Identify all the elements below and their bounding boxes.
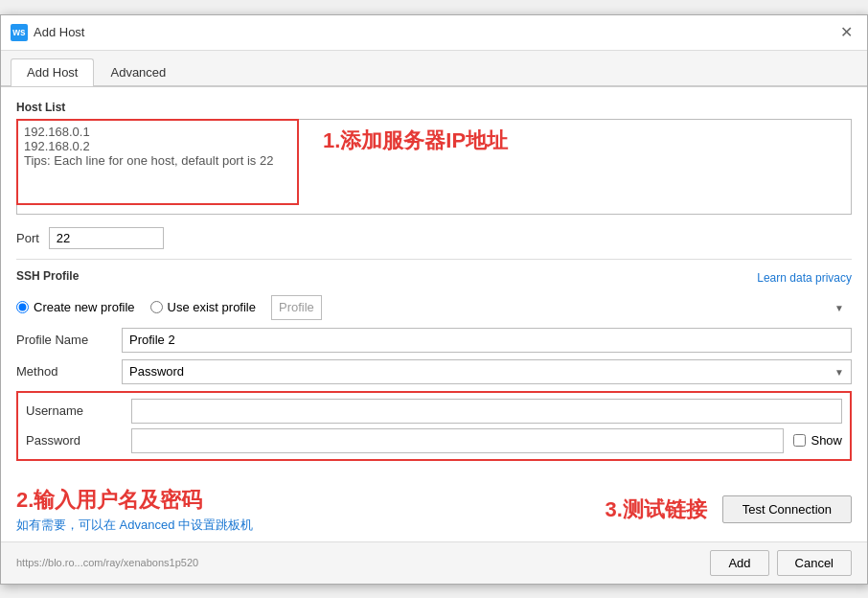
credentials-section: Username Password Show xyxy=(16,391,852,461)
port-input[interactable] xyxy=(49,227,164,249)
method-select[interactable]: Password xyxy=(122,359,852,384)
footer-buttons: Add Cancel xyxy=(710,550,852,576)
profile-name-label: Profile Name xyxy=(16,333,122,347)
add-button[interactable]: Add xyxy=(710,550,768,576)
radio-create-new[interactable]: Create new profile xyxy=(16,300,135,314)
radio-use-exist-label: Use exist profile xyxy=(168,300,256,314)
ssh-profile-label: SSH Profile xyxy=(16,269,79,283)
bottom-right: 3.测试链接 Test Connection xyxy=(605,495,852,524)
radio-create-new-label: Create new profile xyxy=(34,300,135,314)
method-row: Method Password xyxy=(16,359,852,384)
host-list-textarea[interactable] xyxy=(16,119,852,215)
profile-name-row: Profile Name xyxy=(16,328,852,353)
port-row: Port xyxy=(16,227,852,249)
tab-advanced[interactable]: Advanced xyxy=(94,58,182,85)
username-row: Username xyxy=(26,399,842,424)
show-password-checkbox[interactable] xyxy=(793,434,806,447)
tab-bar: Add Host Advanced xyxy=(1,51,867,86)
host-list-area: 1.添加服务器IP地址 xyxy=(16,119,852,218)
dialog-title: Add Host xyxy=(34,25,84,39)
method-select-wrapper: Password xyxy=(122,359,852,384)
username-label: Username xyxy=(26,403,131,418)
app-icon: ws xyxy=(11,24,28,41)
divider xyxy=(16,259,852,260)
title-bar-left: ws Add Host xyxy=(11,24,84,41)
radio-use-exist[interactable]: Use exist profile xyxy=(150,300,256,314)
add-host-dialog: ws Add Host ✕ Add Host Advanced Host Lis… xyxy=(0,14,868,585)
step2-annotation: 2.输入用户名及密码 xyxy=(16,486,253,515)
password-input[interactable] xyxy=(131,428,784,453)
host-list-label: Host List xyxy=(16,101,852,114)
tab-add-host[interactable]: Add Host xyxy=(11,58,94,86)
footer-url: https://blo.ro...com/ray/xenabons1p520 xyxy=(16,557,198,568)
profile-dropdown-wrapper: Profile xyxy=(271,295,852,320)
password-row: Password Show xyxy=(26,428,842,453)
main-content: Host List 1.添加服务器IP地址 Port SSH Profile L… xyxy=(1,86,867,482)
method-label: Method xyxy=(16,364,122,379)
footer-bar: https://blo.ro...com/ray/xenabons1p520 A… xyxy=(1,541,867,584)
username-input[interactable] xyxy=(131,399,842,424)
show-password-area: Show xyxy=(793,433,842,448)
close-button[interactable]: ✕ xyxy=(834,21,857,44)
ssh-profile-header: SSH Profile Learn data privacy xyxy=(16,269,852,288)
radio-create-new-input[interactable] xyxy=(16,301,29,313)
learn-privacy-link[interactable]: Learn data privacy xyxy=(757,271,852,285)
profile-dropdown[interactable]: Profile xyxy=(271,295,322,320)
title-bar: ws Add Host ✕ xyxy=(1,15,867,51)
cancel-button[interactable]: Cancel xyxy=(777,550,852,576)
port-label: Port xyxy=(16,231,39,245)
profile-radio-row: Create new profile Use exist profile Pro… xyxy=(16,295,852,320)
footer-hint-link[interactable]: 如有需要，可以在 Advanced 中设置跳板机 xyxy=(16,517,253,534)
step3-annotation: 3.测试链接 xyxy=(605,495,706,524)
test-connection-button[interactable]: Test Connection xyxy=(722,495,852,523)
password-label: Password xyxy=(26,433,131,448)
profile-name-input[interactable] xyxy=(122,328,852,353)
bottom-left: 2.输入用户名及密码 如有需要，可以在 Advanced 中设置跳板机 xyxy=(16,486,253,534)
show-label: Show xyxy=(811,433,842,448)
radio-use-exist-input[interactable] xyxy=(150,301,163,313)
